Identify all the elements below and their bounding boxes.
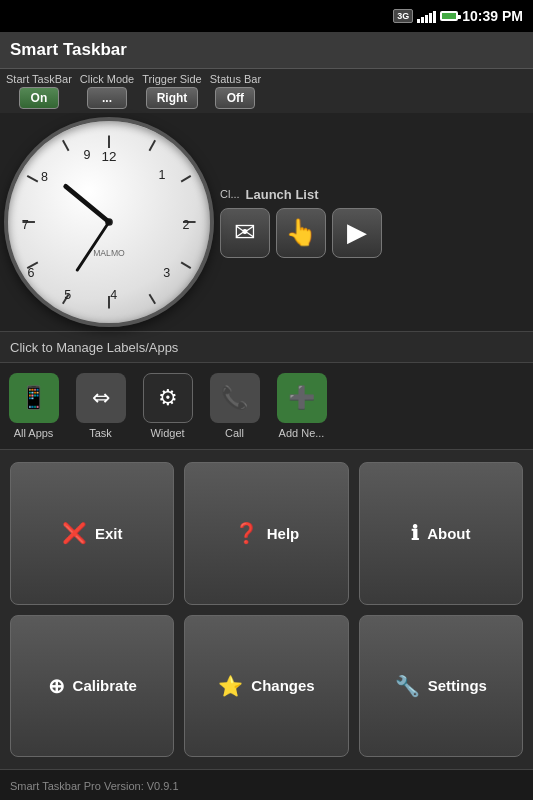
task-icon: ⇔ [76,373,126,423]
svg-text:MALMO: MALMO [93,248,125,258]
trigger-side-group: Trigger Side Right [142,73,202,109]
status-icons: 3G 10:39 PM [393,8,523,24]
add-new-label: Add Ne... [279,427,325,439]
version-text: Smart Taskbar Pro Version: V0.9.1 [10,780,179,792]
call-icon: 📞 [210,373,260,423]
changes-icon: ⭐ [218,674,243,698]
status-bar-label: Status Bar [210,73,261,85]
controls-row: Start TaskBar On Click Mode ... Trigger … [0,69,533,113]
task-label: Task [89,427,112,439]
all-apps-icon: 📱 [9,373,59,423]
svg-text:3: 3 [163,266,170,280]
status-bar: 3G 10:39 PM [0,0,533,32]
about-button[interactable]: ℹ About [359,462,523,605]
calibrate-button[interactable]: ⊕ Calibrate [10,615,174,758]
add-new-icon-item[interactable]: ➕ Add Ne... [274,373,329,439]
start-label: Start TaskBar [6,73,72,85]
app-container: Smart Taskbar Start TaskBar On Click Mod… [0,32,533,800]
calibrate-label: Calibrate [73,677,137,694]
click-mode-group: Click Mode ... [80,73,134,109]
help-button[interactable]: ❓ Help [184,462,348,605]
launch-list-label: Launch List [246,187,319,202]
trigger-side-toggle[interactable]: Right [146,87,199,109]
svg-text:9: 9 [83,148,90,162]
launch-icon-touch[interactable]: 👆 [276,208,326,258]
exit-label: Exit [95,525,123,542]
svg-text:1: 1 [158,168,165,182]
svg-line-7 [149,294,155,304]
changes-button[interactable]: ⭐ Changes [184,615,348,758]
widget-icon: ⚙ [143,373,193,423]
clock-container: 12 1 2 3 4 5 6 7 8 9 MALMO [4,117,214,327]
calibrate-icon: ⊕ [48,674,65,698]
manage-section[interactable]: Click to Manage Labels/Apps [0,331,533,363]
main-content: 12 1 2 3 4 5 6 7 8 9 MALMO [0,113,533,331]
svg-line-4 [149,140,155,151]
help-label: Help [267,525,300,542]
exit-button[interactable]: ❌ Exit [10,462,174,605]
settings-button[interactable]: 🔧 Settings [359,615,523,758]
settings-icon: 🔧 [395,674,420,698]
version-footer: Smart Taskbar Pro Version: V0.9.1 [0,769,533,800]
cl-label: Cl... [220,188,240,200]
svg-line-25 [77,222,109,270]
status-bar-toggle[interactable]: Off [215,87,255,109]
launch-icons-row: ✉ 👆 ▶ [220,208,529,258]
all-apps-icon-item[interactable]: 📱 All Apps [6,373,61,439]
trigger-side-label: Trigger Side [142,73,202,85]
settings-label: Settings [428,677,487,694]
launch-icon-play[interactable]: ▶ [332,208,382,258]
svg-line-24 [66,186,109,222]
launch-icon-email[interactable]: ✉ [220,208,270,258]
task-icon-item[interactable]: ⇔ Task [73,373,128,439]
widget-label: Widget [150,427,184,439]
title-bar: Smart Taskbar [0,32,533,69]
add-new-icon: ➕ [277,373,327,423]
status-time: 10:39 PM [462,8,523,24]
click-mode-toggle[interactable]: ... [87,87,127,109]
click-mode-label: Click Mode [80,73,134,85]
signal-bars-icon [417,9,436,23]
changes-label: Changes [251,677,314,694]
right-top-row: Cl... Launch List [220,187,529,202]
svg-line-6 [181,262,191,268]
clock-face: 12 1 2 3 4 5 6 7 8 9 MALMO [4,117,214,327]
clock-svg: 12 1 2 3 4 5 6 7 8 9 MALMO [8,121,210,323]
svg-text:5: 5 [64,288,71,302]
manage-text: Click to Manage Labels/Apps [10,340,178,355]
call-icon-item[interactable]: 📞 Call [207,373,262,439]
widget-icon-item[interactable]: ⚙ Widget [140,373,195,439]
buttons-grid: ❌ Exit ❓ Help ℹ About ⊕ Calibrate ⭐ Chan… [0,450,533,769]
battery-icon [440,11,458,21]
svg-line-5 [181,176,191,182]
about-label: About [427,525,470,542]
svg-text:12: 12 [102,149,117,164]
help-icon: ❓ [234,521,259,545]
call-label: Call [225,427,244,439]
svg-text:7: 7 [22,218,29,232]
svg-text:8: 8 [41,170,48,184]
app-icons-row: 📱 All Apps ⇔ Task ⚙ Widget 📞 Call ➕ [0,363,533,450]
exit-icon: ❌ [62,521,87,545]
svg-line-11 [63,140,69,151]
svg-line-10 [27,176,38,182]
svg-text:4: 4 [110,288,117,302]
start-taskbar-group: Start TaskBar On [6,73,72,109]
about-icon: ℹ [411,521,419,545]
svg-text:6: 6 [28,266,35,280]
start-taskbar-toggle[interactable]: On [19,87,59,109]
right-panel: Cl... Launch List ✉ 👆 ▶ [220,187,529,258]
app-title: Smart Taskbar [10,40,127,59]
all-apps-label: All Apps [14,427,54,439]
svg-text:2: 2 [182,218,189,232]
status-bar-group: Status Bar Off [210,73,261,109]
3g-icon: 3G [393,9,413,23]
